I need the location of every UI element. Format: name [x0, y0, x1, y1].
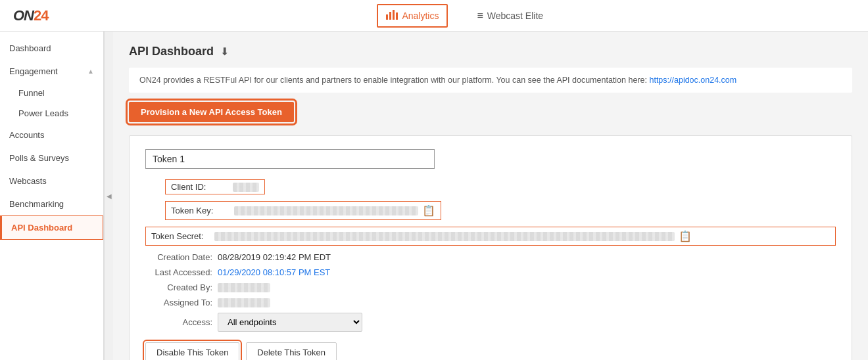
sidebar-funnel-label: Funnel	[18, 88, 45, 98]
description-text: ON24 provides a RESTFul API for our clie…	[139, 76, 647, 85]
disable-token-button[interactable]: Disable This Token	[145, 342, 239, 360]
sidebar-benchmarking-label: Benchmarking	[9, 199, 64, 209]
tab-webcast-elite-label: Webcast Elite	[487, 11, 543, 21]
token-secret-value	[214, 232, 675, 241]
token-card: Client ID: Token Key: 📋 Token Secret: 📋	[129, 135, 852, 360]
client-id-label: Client ID:	[171, 182, 230, 192]
analytics-icon	[386, 9, 398, 22]
download-icon[interactable]: ⬇	[220, 45, 229, 58]
sidebar-collapse-handle[interactable]: ◀	[104, 32, 113, 360]
token-key-value	[234, 206, 418, 215]
token-key-box: Token Key: 📋	[165, 201, 441, 220]
token-name-input[interactable]	[145, 149, 435, 169]
sidebar-power-leads-label: Power Leads	[18, 108, 68, 118]
tab-analytics[interactable]: Analytics	[377, 4, 448, 28]
access-row: Access: All endpoints Read only Write on…	[145, 313, 836, 332]
client-id-row: Client ID:	[165, 179, 836, 194]
action-buttons: Disable This Token Delete This Token	[145, 342, 836, 360]
svg-rect-3	[396, 12, 398, 20]
last-accessed-label: Last Accessed:	[145, 267, 218, 277]
nav-tabs: Analytics ≡ Webcast Elite	[74, 4, 855, 28]
creation-date-label: Creation Date:	[145, 252, 218, 262]
token-secret-label: Token Secret:	[151, 231, 210, 241]
sidebar-polls-surveys-label: Polls & Surveys	[9, 153, 69, 163]
client-id-box: Client ID:	[165, 179, 265, 194]
token-key-label: Token Key:	[171, 206, 230, 215]
logo: ON24	[13, 7, 48, 24]
top-nav: ON24 Analytics ≡ Webcast Elite	[0, 0, 868, 32]
sidebar-api-dashboard-label: API Dashboard	[11, 223, 72, 233]
sidebar-item-accounts[interactable]: Accounts	[0, 124, 103, 146]
webcast-elite-icon: ≡	[477, 10, 483, 22]
assigned-to-value	[218, 298, 270, 307]
sidebar-item-polls-surveys[interactable]: Polls & Surveys	[0, 146, 103, 169]
assigned-to-row: Assigned To:	[145, 298, 836, 307]
assigned-to-label: Assigned To:	[145, 298, 218, 307]
page-title: API Dashboard	[129, 45, 214, 58]
sidebar-webcasts-label: Webcasts	[9, 176, 47, 186]
svg-rect-0	[386, 14, 388, 20]
chevron-up-icon: ▲	[87, 68, 94, 75]
doc-link[interactable]: https://apidoc.on24.com	[649, 76, 736, 85]
created-by-row: Created By:	[145, 282, 836, 292]
sidebar-dashboard-label: Dashboard	[9, 43, 51, 53]
tab-webcast-elite[interactable]: ≡ Webcast Elite	[468, 5, 552, 27]
content-area: API Dashboard ⬇ ON24 provides a RESTFul …	[113, 32, 868, 360]
creation-date-value: 08/28/2019 02:19:42 PM EDT	[218, 252, 331, 262]
copy-token-secret-icon[interactable]: 📋	[679, 230, 692, 242]
sidebar-accounts-label: Accounts	[9, 130, 44, 140]
token-secret-row: Token Secret: 📋	[145, 227, 836, 246]
access-label: Access:	[145, 317, 218, 327]
sidebar-item-benchmarking[interactable]: Benchmarking	[0, 192, 103, 215]
page-header: API Dashboard ⬇	[129, 45, 852, 58]
created-by-value	[218, 283, 270, 292]
chevron-left-icon: ◀	[107, 192, 112, 200]
description-bar: ON24 provides a RESTFul API for our clie…	[129, 68, 852, 93]
sidebar-item-engagement[interactable]: Engagement ▲	[0, 60, 103, 83]
sidebar: Dashboard Engagement ▲ Funnel Power Lead…	[0, 32, 104, 360]
main-layout: Dashboard Engagement ▲ Funnel Power Lead…	[0, 32, 868, 360]
sidebar-engagement-label: Engagement	[9, 66, 58, 76]
provision-button[interactable]: Provision a New API Access Token	[129, 102, 294, 122]
sidebar-item-power-leads[interactable]: Power Leads	[0, 103, 103, 124]
svg-rect-1	[389, 12, 391, 20]
delete-token-button[interactable]: Delete This Token	[246, 342, 337, 360]
access-select[interactable]: All endpoints Read only Write only	[218, 313, 362, 332]
sidebar-item-dashboard[interactable]: Dashboard	[0, 37, 103, 60]
sidebar-item-api-dashboard[interactable]: API Dashboard	[0, 215, 103, 240]
created-by-label: Created By:	[145, 282, 218, 292]
creation-date-row: Creation Date: 08/28/2019 02:19:42 PM ED…	[145, 252, 836, 262]
svg-rect-2	[393, 10, 395, 20]
client-id-value	[233, 183, 259, 192]
last-accessed-value: 01/29/2020 08:10:57 PM EST	[218, 267, 330, 277]
tab-analytics-label: Analytics	[402, 11, 439, 21]
last-accessed-row: Last Accessed: 01/29/2020 08:10:57 PM ES…	[145, 267, 836, 277]
sidebar-item-webcasts[interactable]: Webcasts	[0, 169, 103, 192]
token-key-row: Token Key: 📋	[165, 201, 836, 220]
sidebar-item-funnel[interactable]: Funnel	[0, 83, 103, 103]
copy-token-key-icon[interactable]: 📋	[422, 204, 435, 217]
